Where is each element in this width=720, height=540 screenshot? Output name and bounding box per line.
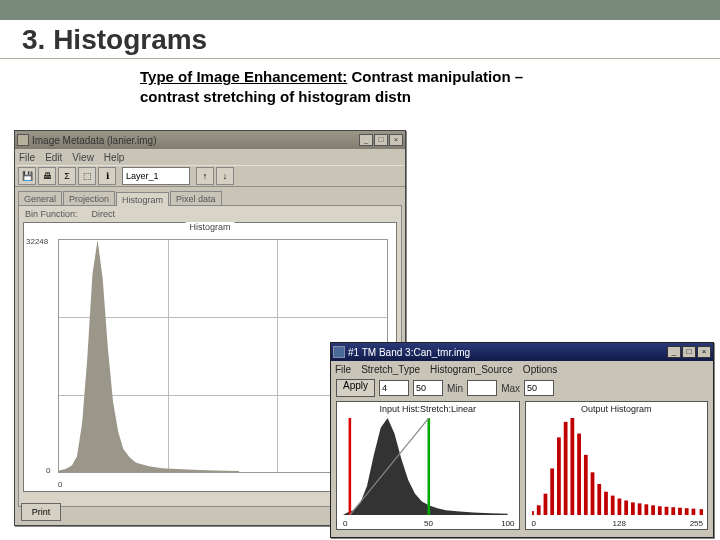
svg-rect-3 <box>532 511 534 515</box>
win1-menubar: File Edit View Help <box>15 149 405 165</box>
apply-button[interactable]: Apply <box>336 379 375 397</box>
menu-histogram-source[interactable]: Histogram_Source <box>430 364 513 375</box>
svg-rect-4 <box>536 505 540 515</box>
print-button[interactable]: Print <box>21 503 61 521</box>
x-min: 0 <box>58 480 62 489</box>
app-icon <box>333 346 345 358</box>
win1-toolbar: 💾 🖶 Σ ⬚ ℹ Layer_1 ↑ ↓ <box>15 165 405 187</box>
menu-stretch-type[interactable]: Stretch_Type <box>361 364 420 375</box>
tab-projection[interactable]: Projection <box>63 191 115 205</box>
win1-title: Image Metadata (lanier.img) <box>32 135 157 146</box>
maximize-button[interactable]: □ <box>374 134 388 146</box>
svg-rect-13 <box>597 484 601 515</box>
svg-rect-18 <box>630 502 634 515</box>
svg-rect-8 <box>563 422 567 515</box>
menu-edit[interactable]: Edit <box>45 152 62 163</box>
svg-rect-25 <box>678 508 682 515</box>
subtitle-underlined: Type of Image Enhancement: <box>140 68 347 85</box>
svg-rect-22 <box>657 506 661 515</box>
menu-file[interactable]: File <box>335 364 351 375</box>
p1x0: 0 <box>343 519 347 528</box>
svg-rect-27 <box>691 509 695 515</box>
win2-titlebar[interactable]: #1 TM Band 3:Can_tmr.img _ □ × <box>331 343 713 361</box>
stretch-controls: Apply 4 50 Min Max 50 <box>331 377 713 399</box>
tab-histogram[interactable]: Histogram <box>116 192 169 206</box>
app-icon <box>17 134 29 146</box>
close-button[interactable]: × <box>697 346 711 358</box>
y-max: 32248 <box>26 237 48 246</box>
svg-rect-15 <box>610 496 614 515</box>
svg-rect-9 <box>570 418 574 515</box>
maximize-button[interactable]: □ <box>682 346 696 358</box>
minimize-button[interactable]: _ <box>667 346 681 358</box>
input-histogram-plot: Input Hist:Stretch:Linear 0 50 100 <box>336 401 520 530</box>
min-input[interactable] <box>467 380 497 396</box>
min-label: Min <box>447 383 463 394</box>
p2x2: 255 <box>690 519 703 528</box>
menu-file[interactable]: File <box>19 152 35 163</box>
win2-title: #1 TM Band 3:Can_tmr.img <box>348 347 470 358</box>
save-icon[interactable]: 💾 <box>18 167 36 185</box>
svg-rect-24 <box>671 507 675 515</box>
tab-general[interactable]: General <box>18 191 62 205</box>
band-stretch-window: #1 TM Band 3:Can_tmr.img _ □ × File Stre… <box>330 342 714 538</box>
minimize-button[interactable]: _ <box>359 134 373 146</box>
sigma-icon[interactable]: Σ <box>58 167 76 185</box>
svg-rect-17 <box>624 500 628 515</box>
p1x2: 100 <box>501 519 514 528</box>
svg-rect-11 <box>583 455 587 515</box>
win2-menubar: File Stretch_Type Histogram_Source Optio… <box>331 361 713 377</box>
tool-icon[interactable]: ⬚ <box>78 167 96 185</box>
high-value-input[interactable]: 50 <box>413 380 443 396</box>
p2x0: 0 <box>532 519 536 528</box>
close-button[interactable]: × <box>389 134 403 146</box>
slide-accent-bar <box>0 0 720 20</box>
bin-function-label: Bin Function: <box>25 209 78 219</box>
slide-title: 3. Histograms <box>0 20 720 59</box>
win1-tabbar: General Projection Histogram Pixel data <box>15 187 405 205</box>
y-min: 0 <box>46 466 50 475</box>
slide-subtitle: Type of Image Enhancement: Contrast mani… <box>0 59 560 106</box>
info-icon[interactable]: ℹ <box>98 167 116 185</box>
tab-pixel-data[interactable]: Pixel data <box>170 191 222 205</box>
svg-rect-10 <box>577 434 581 515</box>
down-arrow-icon[interactable]: ↓ <box>216 167 234 185</box>
p1x1: 50 <box>424 519 433 528</box>
svg-rect-20 <box>644 504 648 515</box>
layer-dropdown[interactable]: Layer_1 <box>122 167 190 185</box>
svg-rect-5 <box>543 494 547 515</box>
menu-help[interactable]: Help <box>104 152 125 163</box>
svg-rect-28 <box>699 509 703 515</box>
low-value-input[interactable]: 4 <box>379 380 409 396</box>
bin-function-value: Direct <box>92 209 116 219</box>
output-histogram-plot: Output Histogram 0 128 255 <box>525 401 709 530</box>
svg-rect-19 <box>637 503 641 515</box>
print-icon[interactable]: 🖶 <box>38 167 56 185</box>
svg-rect-14 <box>604 492 608 515</box>
svg-rect-12 <box>590 472 594 515</box>
win1-titlebar[interactable]: Image Metadata (lanier.img) _ □ × <box>15 131 405 149</box>
max-label: Max <box>501 383 520 394</box>
svg-rect-26 <box>684 508 688 515</box>
plot1-title: Input Hist:Stretch:Linear <box>379 404 476 414</box>
svg-rect-7 <box>557 437 561 515</box>
p2x1: 128 <box>613 519 626 528</box>
up-arrow-icon[interactable]: ↑ <box>196 167 214 185</box>
max-input[interactable]: 50 <box>524 380 554 396</box>
menu-options[interactable]: Options <box>523 364 557 375</box>
hist-title: Histogram <box>185 222 234 232</box>
svg-rect-21 <box>651 505 655 515</box>
svg-rect-6 <box>550 468 554 515</box>
svg-rect-16 <box>617 499 621 515</box>
menu-view[interactable]: View <box>72 152 94 163</box>
svg-rect-23 <box>664 507 668 515</box>
plot-row: Input Hist:Stretch:Linear 0 50 100 Outpu… <box>331 399 713 533</box>
plot2-title: Output Histogram <box>581 404 652 414</box>
